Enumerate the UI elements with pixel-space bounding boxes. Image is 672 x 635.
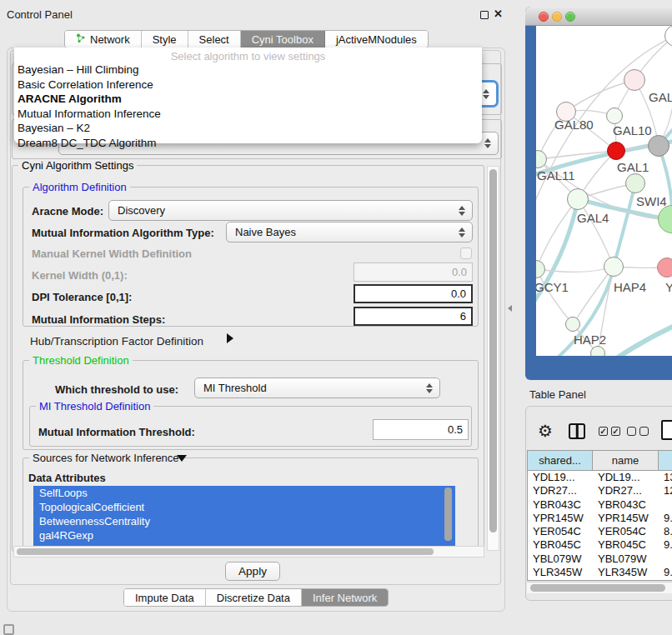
- tab-label: Impute Data: [135, 592, 194, 604]
- network-node[interactable]: [624, 69, 645, 91]
- table-row[interactable]: YPR145WYPR145W9.: [528, 512, 672, 525]
- scrollbar-thumb[interactable]: [530, 584, 665, 592]
- control-panel-tab-bar: Network Style Select Cyni Toolbox jActiv…: [64, 30, 429, 48]
- tab-jactivemnodules[interactable]: jActiveMNodules: [325, 31, 428, 48]
- dropdown-item[interactable]: Dream8 DC_TDC Algorithm: [14, 136, 482, 151]
- network-node[interactable]: [590, 346, 605, 356]
- network-node[interactable]: [567, 188, 589, 210]
- spinner-icon: [426, 383, 432, 393]
- scrollbar-thumb[interactable]: [17, 548, 434, 555]
- table-row[interactable]: YBL079WYBL079W: [528, 552, 672, 566]
- gear-icon[interactable]: ⚙: [538, 421, 553, 441]
- network-canvas[interactable]: GAL GAL80 GAL10 GAL1 GAL11 SWI4 GAL4 GCY…: [536, 26, 672, 356]
- document-icon[interactable]: [661, 420, 672, 440]
- expand-arrow-icon[interactable]: [227, 333, 233, 343]
- table-row[interactable]: YBR045CYBR045C9.: [528, 538, 672, 552]
- table-row[interactable]: YER054CYER054C8.: [528, 525, 672, 538]
- tab-cyni-toolbox[interactable]: Cyni Toolbox: [241, 31, 325, 48]
- bottom-tab-bar: Impute Data Discretize Data Infer Networ…: [123, 588, 389, 607]
- network-node-selected-red[interactable]: [607, 142, 625, 160]
- scrollbar-thumb[interactable]: [489, 169, 497, 532]
- dpi-tolerance-label: DPI Tolerance [0,1]:: [32, 291, 132, 303]
- table-row[interactable]: YLR345WYLR345W9.: [528, 566, 672, 579]
- dropdown-item-selected[interactable]: ARACNE Algorithm: [14, 92, 482, 107]
- tab-label: Style: [153, 33, 177, 46]
- mi-steps-field[interactable]: 6: [354, 307, 473, 326]
- mi-threshold-field[interactable]: 0.5: [373, 419, 469, 440]
- network-tab-icon: [76, 33, 86, 46]
- algorithm-definition-title: Algorithm Definition: [29, 181, 130, 193]
- tab-label: Select: [199, 33, 229, 46]
- column-header-partial[interactable]: [659, 451, 672, 470]
- list-item[interactable]: gal4RGexp: [33, 528, 455, 542]
- list-item[interactable]: SelfLoops: [33, 486, 455, 500]
- dropdown-item[interactable]: Bayesian – Hill Climbing: [14, 62, 482, 78]
- table-row[interactable]: YDR27...YDR27...12: [528, 484, 672, 498]
- network-window-titlebar[interactable]: [525, 7, 672, 26]
- kernel-width-label: Kernel Width (0,1):: [32, 269, 128, 282]
- which-threshold-label: Which threshold to use:: [55, 383, 178, 396]
- collapse-arrow-icon[interactable]: [177, 455, 187, 462]
- tab-network[interactable]: Network: [65, 31, 142, 48]
- tab-style[interactable]: Style: [142, 31, 188, 48]
- apply-button[interactable]: Apply: [225, 562, 280, 581]
- columns-icon[interactable]: [569, 423, 585, 439]
- close-icon[interactable]: ✕: [494, 8, 503, 20]
- mi-type-label: Mutual Information Algorithm Type:: [32, 227, 214, 239]
- tab-select[interactable]: Select: [188, 31, 241, 48]
- tab-impute-data[interactable]: Impute Data: [124, 589, 206, 606]
- which-threshold-combobox[interactable]: MI Threshold: [194, 378, 440, 398]
- zoom-button[interactable]: [565, 12, 575, 22]
- column-header-name[interactable]: name: [593, 451, 659, 470]
- mi-threshold-label: Mutual Information Threshold:: [38, 426, 195, 438]
- tab-label: Discretize Data: [217, 592, 290, 604]
- hub-definition-label[interactable]: Hub/Transcription Factor Definition: [30, 335, 203, 348]
- table-row[interactable]: YIL052CYIL052C9: [528, 579, 672, 581]
- which-threshold-value: MI Threshold: [203, 382, 267, 394]
- close-button[interactable]: [539, 12, 549, 22]
- dropdown-placeholder: Select algorithm to view settings: [14, 48, 482, 62]
- grip-icon: [3, 624, 14, 635]
- unchecked-checkbox-icon[interactable]: [627, 427, 636, 436]
- splitter-collapse-icon[interactable]: [508, 305, 512, 312]
- list-scrollbar[interactable]: [444, 488, 452, 541]
- aracne-mode-combobox[interactable]: Discovery: [108, 200, 473, 221]
- table-row[interactable]: YBR043CYBR043C: [528, 498, 672, 512]
- network-node[interactable]: [604, 257, 624, 277]
- minimize-button[interactable]: [552, 12, 562, 22]
- network-view-window[interactable]: GAL GAL80 GAL10 GAL1 GAL11 SWI4 GAL4 GCY…: [525, 7, 672, 380]
- checked-checkbox-icon[interactable]: ✓: [599, 427, 608, 436]
- unchecked-checkbox-icon[interactable]: [639, 427, 649, 436]
- algorithm-dropdown-popup: Select algorithm to view settings Bayesi…: [14, 48, 482, 143]
- network-edges: [536, 26, 672, 356]
- network-node[interactable]: [565, 317, 580, 332]
- list-item[interactable]: TopologicalCoefficient: [33, 500, 455, 514]
- settings-horizontal-scrollbar[interactable]: [13, 546, 484, 558]
- network-node[interactable]: [625, 173, 645, 193]
- mi-type-value: Naive Bayes: [235, 226, 296, 238]
- network-node-pink[interactable]: [657, 258, 672, 278]
- sources-group-title[interactable]: Sources for Network Inference: [29, 452, 183, 464]
- float-window-icon[interactable]: [480, 11, 489, 19]
- network-node[interactable]: [606, 108, 623, 124]
- table-header-row: shared... name: [528, 451, 672, 471]
- node-attribute-table[interactable]: shared... name YDL19...YDL19...13 YDR27.…: [527, 450, 672, 581]
- dropdown-item[interactable]: Mutual Information Inference: [14, 107, 482, 122]
- dropdown-item[interactable]: Bayesian – K2: [14, 121, 482, 136]
- manual-kernel-checkbox[interactable]: [460, 248, 472, 259]
- network-node-gray[interactable]: [648, 135, 669, 157]
- checked-checkbox-icon[interactable]: ✓: [611, 427, 620, 436]
- dpi-tolerance-field[interactable]: 0.0: [354, 284, 473, 303]
- data-attributes-list[interactable]: SelfLoops TopologicalCoefficient Between…: [33, 486, 455, 547]
- mi-type-combobox[interactable]: Naive Bayes: [226, 222, 473, 242]
- dropdown-item[interactable]: Basic Correlation Inference: [14, 78, 482, 92]
- list-item[interactable]: BetweennessCentrality: [33, 514, 455, 528]
- tab-infer-network[interactable]: Infer Network: [302, 589, 388, 606]
- settings-vertical-scrollbar[interactable]: [487, 166, 499, 551]
- node-label: GAL80: [554, 118, 594, 132]
- table-horizontal-scrollbar[interactable]: [527, 582, 672, 593]
- column-header-shared-name[interactable]: shared...: [528, 451, 593, 470]
- kernel-width-field[interactable]: 0.0: [354, 262, 473, 282]
- tab-discretize-data[interactable]: Discretize Data: [206, 589, 302, 606]
- table-row[interactable]: YDL19...YDL19...13: [528, 471, 672, 484]
